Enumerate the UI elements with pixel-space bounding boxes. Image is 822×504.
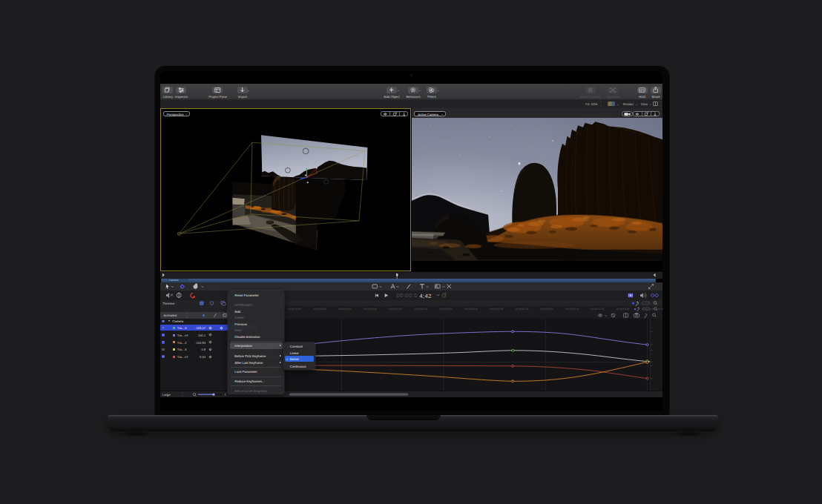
svg-text:00:00:0: 00:00:0 <box>397 293 418 299</box>
svg-text:4;42: 4;42 <box>420 293 432 299</box>
